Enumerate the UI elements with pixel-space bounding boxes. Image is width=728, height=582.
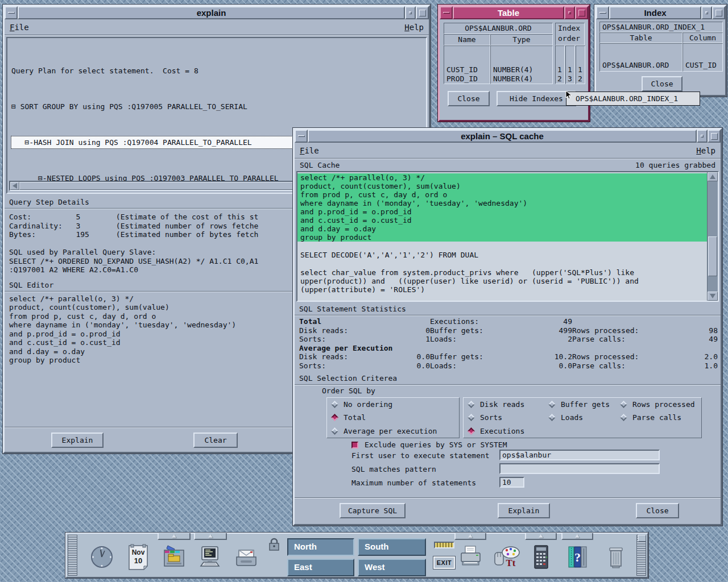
scroll-left-button[interactable] (10, 182, 19, 190)
close-button[interactable]: Close (636, 503, 679, 518)
file-manager-icon[interactable] (159, 542, 188, 572)
max-statements-input[interactable] (499, 477, 524, 488)
radio-parse-calls[interactable]: Parse calls (621, 412, 708, 423)
printer-icon[interactable] (456, 542, 485, 572)
maximize-icon (419, 10, 426, 16)
window-sql-cache: explain – SQL cache File Help SQL Cache … (293, 128, 722, 526)
radio-buffer-gets[interactable]: Buffer gets (549, 399, 621, 410)
close-button[interactable]: Close (642, 76, 682, 92)
minimize-button[interactable] (564, 6, 575, 19)
radio-sorts[interactable]: Sorts (469, 412, 549, 423)
panel-menu-button[interactable] (638, 535, 646, 542)
lock-icon[interactable] (268, 537, 280, 552)
scroll-up-button[interactable] (708, 172, 718, 181)
stats-value: 1 (396, 335, 430, 344)
first-user-input[interactable] (499, 450, 660, 460)
radio-rows-processed[interactable]: Rows processed (621, 399, 708, 410)
cache-entry-selected[interactable]: select /*+ parallel(o, 3) */ product, co… (297, 173, 707, 242)
exclude-sys-checkbox[interactable]: Exclude queries by SYS or SYSTEM (351, 440, 507, 449)
scroll-down-button[interactable] (708, 292, 718, 301)
hide-indexes-button[interactable]: Hide Indexes (497, 91, 576, 106)
subpanel-tab-help[interactable] (561, 533, 593, 540)
minimize-button[interactable] (697, 130, 708, 143)
minimize-button[interactable] (405, 6, 416, 19)
cache-entry[interactable]: select char_value from system.product_pr… (297, 268, 707, 294)
mail-icon[interactable] (231, 542, 261, 572)
vertical-scrollbar[interactable] (707, 172, 718, 301)
order-sql-by-label: Order SQL by (322, 386, 375, 395)
radio-executions[interactable]: Executions (469, 425, 549, 436)
subpanel-tab-tools[interactable] (525, 533, 557, 540)
titlebar-sql-cache[interactable]: explain – SQL cache (295, 130, 721, 143)
stats-value: 2 (532, 335, 572, 344)
calendar-icon[interactable]: Nov 10 (123, 542, 153, 572)
window-menu-button[interactable] (295, 130, 308, 143)
minimize-icon (409, 11, 412, 14)
queries-grabbed-status: 10 queries grabbed (635, 161, 715, 169)
scrollbar-trough[interactable] (708, 181, 718, 292)
window-menu-button[interactable] (596, 6, 609, 19)
scrollbar-thumb[interactable] (708, 236, 717, 276)
titlebar-index[interactable]: Index (596, 6, 725, 19)
maximize-button[interactable] (416, 6, 429, 19)
radio-disk-reads[interactable]: Disk reads (469, 399, 549, 410)
titlebar-table[interactable]: Table (440, 6, 588, 19)
menu-help[interactable]: Help (696, 146, 715, 155)
help-icon[interactable]: ? (562, 542, 592, 572)
capture-sql-button[interactable]: Capture SQL (340, 503, 406, 518)
titlebar-explain[interactable]: explain (5, 6, 429, 19)
close-button[interactable]: Close (448, 91, 490, 106)
workspace-button-east[interactable]: East (287, 559, 354, 576)
style-manager-icon[interactable]: Tt (492, 542, 522, 572)
busy-light (434, 542, 454, 548)
sql-pattern-input[interactable] (499, 463, 660, 474)
menu-help[interactable]: Help (404, 23, 424, 32)
cache-entry[interactable]: SELECT DECODE('A','A','1','2') FROM DUAL (297, 251, 707, 259)
section-statistics: SQL Statement Statistics (295, 302, 721, 315)
plan-header: Query Plan for select statement. Cost = … (11, 65, 422, 77)
window-menu-button[interactable] (5, 6, 18, 19)
subpanel-tab-printers[interactable] (454, 533, 486, 540)
workspace-button-north[interactable]: North (287, 538, 354, 556)
workspace-button-south[interactable]: South (358, 538, 426, 556)
index-column-col[interactable]: CUST_IDPROD_IDDAY (682, 43, 723, 72)
subpanel-tab-files[interactable] (158, 533, 191, 540)
maximize-button[interactable] (708, 130, 721, 143)
plan-node[interactable]: ⊟ SORT GROUP BY using PQS :Q197005 PARAL… (11, 101, 422, 113)
column-names[interactable]: CUST_IDPROD_IDDAYVALUE (444, 45, 490, 84)
stats-label: Sorts: (299, 335, 396, 344)
subpanel-tab-apps[interactable] (194, 533, 227, 540)
arrow-left-icon (13, 183, 17, 189)
maximize-button[interactable] (575, 6, 588, 19)
explain-button[interactable]: Explain (498, 503, 550, 518)
window-title: Table (453, 6, 564, 19)
window-menu-button[interactable] (440, 6, 453, 19)
trash-icon[interactable] (601, 542, 631, 572)
stats-label: Buffer gets: (430, 352, 532, 361)
exit-button[interactable]: EXIT (433, 556, 455, 569)
index-table-col[interactable]: OPS$ALANBUR.ORDOPS$ALANBUR.ORDOPS$ALANBU… (599, 43, 682, 72)
radio-loads[interactable]: Loads (549, 412, 621, 423)
menu-file[interactable]: File (10, 23, 29, 32)
workspace-button-west[interactable]: West (358, 559, 426, 576)
stats-label: Parse calls: (572, 335, 680, 344)
radio-total[interactable]: Total (332, 412, 459, 423)
calculator-icon[interactable] (526, 542, 556, 572)
clock-icon[interactable] (87, 542, 117, 572)
svg-text:?: ? (574, 550, 581, 564)
radio-no-ordering[interactable]: No ordering (332, 399, 459, 410)
arrow-up-icon (172, 534, 176, 538)
sql-pattern-label: SQL matches pattern (351, 465, 436, 473)
minimize-button[interactable] (701, 6, 712, 19)
sql-cache-label: SQL Cache (300, 161, 340, 169)
clear-button[interactable]: Clear (193, 433, 238, 448)
explain-button[interactable]: Explain (51, 433, 104, 448)
panel-grip-left[interactable] (68, 535, 77, 576)
radio-average-per-execution[interactable]: Average per execution (332, 425, 459, 436)
maximize-button[interactable] (712, 6, 725, 19)
terminal-icon[interactable] (195, 542, 225, 572)
index-order-header: Index order (555, 23, 585, 45)
calendar-month: Nov (127, 548, 150, 556)
column-types[interactable]: NUMBER(4)NUMBER(4)DATENUMBER(10,2) (490, 45, 553, 84)
menu-file[interactable]: File (300, 146, 319, 155)
